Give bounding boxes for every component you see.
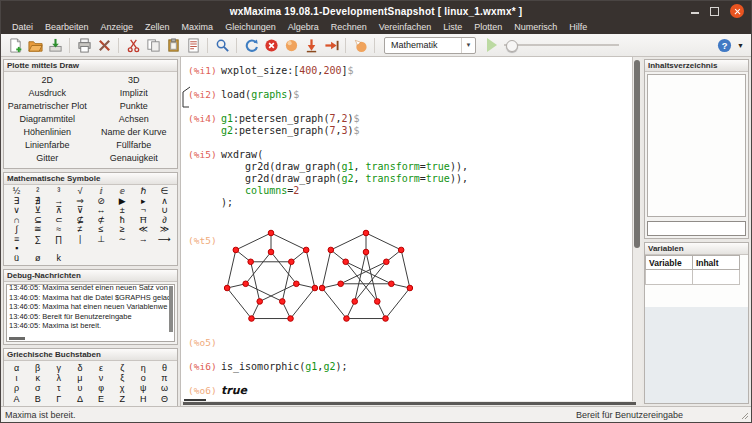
- greek-letter-button[interactable]: Ζ: [112, 394, 133, 404]
- minimize-button[interactable]: [691, 12, 699, 14]
- evaluate-cell-icon[interactable]: [282, 36, 300, 54]
- variables-table-row[interactable]: [646, 270, 740, 285]
- greek-letter-button[interactable]: γ: [48, 363, 69, 373]
- draw-button[interactable]: Punkte: [91, 100, 178, 113]
- code-block[interactable]: wxdraw( gr2d(draw_graph(g1, transform=tr…: [221, 149, 468, 209]
- save-icon[interactable]: [46, 36, 64, 54]
- greek-letter-button[interactable]: μ: [69, 373, 90, 383]
- menu-numerisch[interactable]: Numerisch: [508, 21, 563, 34]
- worksheet-vertical-scrollbar-thumb[interactable]: [634, 60, 640, 248]
- active-cell-bracket[interactable]: [182, 86, 191, 109]
- animation-slider[interactable]: [504, 38, 619, 52]
- code-block[interactable]: g1:petersen_graph(7,2)$g2:petersen_graph…: [221, 113, 360, 137]
- greek-letter-button[interactable]: ε: [91, 363, 112, 373]
- greek-letter-button[interactable]: Δ: [69, 394, 90, 404]
- resize-grip[interactable]: [741, 412, 749, 420]
- variables-table[interactable]: VariableInhalt: [645, 255, 740, 285]
- greek-letter-button[interactable]: λ: [48, 373, 69, 383]
- mode-dropdown[interactable]: Mathematik ▼: [384, 37, 476, 54]
- copy-icon[interactable]: [144, 36, 162, 54]
- open-folder-icon[interactable]: [26, 36, 44, 54]
- evaluate-rest-icon[interactable]: [322, 36, 340, 54]
- menu-hilfe[interactable]: Hilfe: [563, 21, 593, 34]
- code-block[interactable]: is_isomorphic(g1,g2);: [221, 361, 347, 373]
- greek-letter-button[interactable]: ξ: [112, 373, 133, 383]
- draw-button[interactable]: Genauigkeit: [91, 152, 178, 165]
- greek-letter-button[interactable]: ι: [6, 373, 27, 383]
- debug-log[interactable]: 13:46:05: Maxima sendet einen neuen Satz…: [6, 284, 175, 342]
- symbol-button[interactable]: ∼: [112, 235, 133, 245]
- greek-letter-button[interactable]: ω: [154, 383, 175, 393]
- maximize-button[interactable]: [710, 7, 719, 16]
- play-button[interactable]: [487, 38, 497, 52]
- evaluate-till-here-icon[interactable]: [302, 36, 320, 54]
- symbol-button[interactable]: ∑: [27, 235, 48, 245]
- cut-icon[interactable]: [124, 36, 142, 54]
- menu-datei[interactable]: Datei: [6, 21, 39, 34]
- greek-letter-button[interactable]: ρ: [6, 383, 27, 393]
- draw-button[interactable]: Füllfarbe: [91, 139, 178, 152]
- draw-button[interactable]: Linienfarbe: [4, 139, 91, 152]
- paste-icon[interactable]: [164, 36, 182, 54]
- search-icon[interactable]: [213, 36, 231, 54]
- menu-plotten[interactable]: Plotten: [468, 21, 508, 34]
- symbol-button[interactable]: ⟶: [154, 235, 175, 245]
- greek-letter-button[interactable]: ο: [133, 373, 154, 383]
- symbol-button[interactable]: ⊥: [91, 235, 112, 245]
- greek-letter-button[interactable]: υ: [69, 383, 90, 393]
- draw-button[interactable]: Achsen: [91, 113, 178, 126]
- menu-maxima[interactable]: Maxima: [176, 21, 220, 34]
- symbol-button[interactable]: ∣: [69, 235, 90, 245]
- draw-button[interactable]: Gitter: [4, 152, 91, 165]
- symbol-button[interactable]: ø: [27, 254, 48, 264]
- symbol-button[interactable]: ü: [6, 254, 27, 264]
- symbol-button[interactable]: ∏: [48, 235, 69, 245]
- worksheet-vertical-scrollbar[interactable]: [632, 57, 642, 406]
- menu-algebra[interactable]: Algebra: [282, 21, 325, 34]
- greek-letter-button[interactable]: σ: [27, 383, 48, 393]
- greek-letter-button[interactable]: ζ: [112, 363, 133, 373]
- toc-filter-input[interactable]: [647, 221, 746, 236]
- greek-letter-button[interactable]: β: [27, 363, 48, 373]
- draw-button[interactable]: Höhenlinien: [4, 126, 91, 139]
- greek-letter-button[interactable]: Α: [6, 394, 27, 404]
- greek-letter-button[interactable]: Η: [133, 394, 154, 404]
- delete-icon[interactable]: [184, 36, 202, 54]
- variable-name-cell[interactable]: [646, 270, 693, 285]
- greek-letter-button[interactable]: ψ: [133, 383, 154, 393]
- worksheet[interactable]: (%i1)wxplot_size:[400,200]$(%i2)load(gra…: [180, 57, 632, 406]
- menu-liste[interactable]: Liste: [437, 21, 468, 34]
- help-icon[interactable]: ?: [715, 36, 733, 54]
- variable-value-cell[interactable]: [692, 270, 739, 285]
- restart-icon[interactable]: [242, 36, 260, 54]
- print-icon[interactable]: [75, 36, 93, 54]
- menu-anzeige[interactable]: Anzeige: [95, 21, 140, 34]
- close-button[interactable]: [730, 4, 744, 18]
- configure-icon[interactable]: [95, 36, 113, 54]
- code-block[interactable]: load(graphs)$: [221, 89, 299, 101]
- greek-letter-button[interactable]: φ: [91, 383, 112, 393]
- menu-rechnen[interactable]: Rechnen: [325, 21, 373, 34]
- new-document-icon[interactable]: [6, 36, 24, 54]
- symbol-button[interactable]: →: [133, 235, 154, 245]
- greek-letter-button[interactable]: Β: [27, 394, 48, 404]
- menu-vereinfachen[interactable]: Vereinfachen: [373, 21, 438, 34]
- greek-letter-button[interactable]: Θ: [154, 394, 175, 404]
- debug-horizontal-scrollbar[interactable]: [9, 337, 25, 340]
- symbol-button[interactable]: k: [48, 254, 69, 264]
- greek-letter-button[interactable]: η: [133, 363, 154, 373]
- draw-button[interactable]: Diagrammtitel: [4, 113, 91, 126]
- draw-button[interactable]: 2D: [4, 74, 91, 87]
- toolbar-overflow-icon[interactable]: ▼: [737, 42, 744, 49]
- greek-letter-button[interactable]: Ε: [91, 394, 112, 404]
- greek-letter-button[interactable]: θ: [154, 363, 175, 373]
- toc-list[interactable]: [647, 74, 746, 217]
- greek-letter-button[interactable]: ν: [91, 373, 112, 383]
- greek-letter-button[interactable]: δ: [69, 363, 90, 373]
- draw-button[interactable]: Implizit: [91, 87, 178, 100]
- greek-letter-button[interactable]: κ: [27, 373, 48, 383]
- menu-gleichungen[interactable]: Gleichungen: [219, 21, 282, 34]
- greek-letter-button[interactable]: χ: [112, 383, 133, 393]
- draw-button[interactable]: Name der Kurve: [91, 126, 178, 139]
- chevron-down-icon[interactable]: ▼: [461, 38, 475, 53]
